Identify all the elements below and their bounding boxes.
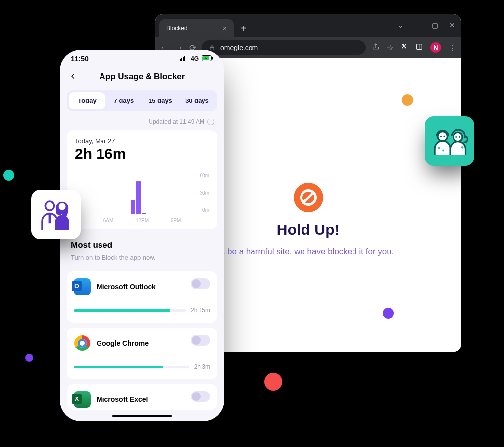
decor-dot bbox=[3, 170, 14, 181]
window-maximize-icon[interactable]: ▢ bbox=[432, 21, 438, 29]
signal-icon bbox=[180, 55, 188, 62]
battery-icon bbox=[202, 55, 213, 63]
svg-point-17 bbox=[438, 147, 440, 149]
tab-30days[interactable]: 30 days bbox=[179, 92, 215, 109]
app-card-chrome: Google Chrome 2h 3m bbox=[67, 328, 217, 379]
bookmark-icon[interactable]: ☆ bbox=[387, 43, 394, 52]
usage-bar bbox=[74, 366, 189, 368]
chevron-down-icon[interactable]: ⌄ bbox=[398, 22, 403, 29]
app-card-outlook: Microsoft Outlook 2h 15m bbox=[67, 271, 217, 323]
app-card-excel: Microsoft Excel bbox=[67, 384, 217, 410]
extensions-icon[interactable] bbox=[401, 43, 408, 52]
tab-today[interactable]: Today bbox=[69, 92, 105, 109]
svg-rect-4 bbox=[181, 58, 182, 61]
y-tick-60: 60m bbox=[200, 173, 209, 178]
tab-15days[interactable]: 15 days bbox=[142, 92, 179, 109]
share-icon[interactable] bbox=[372, 43, 380, 52]
svg-point-15 bbox=[440, 136, 442, 137]
updated-row: Updated at 11:49 AM bbox=[60, 115, 224, 130]
svg-rect-3 bbox=[180, 59, 181, 61]
range-selector: Today 7 days 15 days 30 days bbox=[67, 90, 217, 111]
svg-point-21 bbox=[459, 136, 460, 138]
page-title: App Usage & Blocker bbox=[70, 72, 214, 82]
svg-point-18 bbox=[442, 150, 444, 152]
status-bar: 11:50 4G bbox=[60, 50, 224, 64]
svg-rect-5 bbox=[183, 57, 184, 61]
chart-bar bbox=[136, 181, 141, 214]
browser-tab-blocked[interactable]: Blocked × bbox=[159, 19, 234, 37]
svg-point-20 bbox=[455, 136, 457, 138]
app-name: Google Chrome bbox=[97, 339, 149, 347]
window-minimize-icon[interactable]: — bbox=[414, 21, 421, 29]
block-toggle[interactable] bbox=[191, 278, 210, 289]
status-right: 4G bbox=[180, 55, 213, 63]
app-name: Microsoft Excel bbox=[97, 396, 148, 403]
blocked-title: Hold Up! bbox=[277, 221, 340, 238]
svg-rect-11 bbox=[49, 214, 51, 224]
phone-frame: 11:50 4G bbox=[60, 50, 224, 421]
usage-duration: 2h 3m bbox=[194, 363, 210, 370]
new-tab-button[interactable]: + bbox=[237, 21, 251, 35]
y-tick-30: 30m bbox=[200, 190, 209, 196]
svg-point-22 bbox=[461, 146, 464, 149]
blocked-subtitle: t be a harmful site, we have blocked it … bbox=[223, 247, 394, 257]
svg-rect-0 bbox=[210, 47, 214, 50]
svg-point-10 bbox=[45, 201, 54, 210]
home-indicator bbox=[112, 415, 172, 417]
chart-bar bbox=[131, 200, 135, 214]
app-name: Microsoft Outlook bbox=[97, 283, 156, 291]
excel-icon bbox=[74, 391, 91, 408]
x-tick-6am: 6AM bbox=[103, 218, 114, 223]
float-parents-icon bbox=[31, 190, 81, 239]
svg-point-14 bbox=[438, 132, 448, 142]
lock-icon bbox=[209, 45, 215, 51]
block-toggle[interactable] bbox=[191, 335, 210, 346]
refresh-icon[interactable] bbox=[207, 118, 214, 125]
most-used-title: Most used bbox=[60, 229, 224, 252]
updated-label: Updated at 11:49 AM bbox=[149, 118, 204, 125]
usage-date: Today, Mar 27 bbox=[75, 137, 209, 145]
tab-title: Blocked bbox=[166, 25, 188, 32]
address-bar[interactable]: omegle.com bbox=[202, 40, 366, 55]
most-used-sub: Turn on to Block the app now. bbox=[60, 252, 224, 267]
browser-tabstrip: Blocked × + ⌄ — ▢ ✕ bbox=[155, 14, 461, 37]
decor-dot bbox=[264, 373, 282, 391]
close-icon[interactable]: × bbox=[223, 24, 227, 32]
tab-7days[interactable]: 7 days bbox=[105, 92, 142, 109]
decor-dot bbox=[383, 308, 394, 319]
decor-dot bbox=[25, 354, 33, 362]
panel-icon[interactable] bbox=[415, 43, 423, 52]
chrome-icon bbox=[74, 335, 91, 351]
svg-point-16 bbox=[444, 136, 445, 137]
svg-rect-9 bbox=[212, 57, 213, 59]
window-controls: ⌄ — ▢ ✕ bbox=[398, 21, 455, 29]
usage-total: 2h 16m bbox=[75, 146, 209, 162]
x-tick-6pm: 6PM bbox=[171, 218, 181, 223]
float-kids-icon bbox=[425, 116, 474, 166]
kebab-menu-icon[interactable]: ⋮ bbox=[448, 43, 456, 52]
block-icon bbox=[294, 183, 323, 212]
usage-chart: 60m 30m 0m 6AM 12PM 6PM bbox=[75, 174, 209, 223]
svg-rect-6 bbox=[184, 56, 185, 61]
y-tick-0: 0m bbox=[202, 207, 209, 213]
phone-header: App Usage & Blocker bbox=[60, 64, 224, 87]
svg-rect-1 bbox=[417, 44, 422, 50]
svg-point-19 bbox=[454, 132, 462, 141]
block-toggle[interactable] bbox=[191, 391, 210, 402]
usage-card: Today, Mar 27 2h 16m 60m 30m 0m 6AM 12PM… bbox=[67, 130, 217, 229]
profile-avatar[interactable]: N bbox=[430, 42, 441, 53]
window-close-icon[interactable]: ✕ bbox=[449, 21, 455, 29]
svg-point-13 bbox=[59, 203, 66, 210]
decor-dot bbox=[402, 94, 413, 106]
outlook-icon bbox=[74, 278, 91, 295]
status-time: 11:50 bbox=[71, 55, 89, 63]
usage-duration: 2h 15m bbox=[191, 307, 210, 314]
x-tick-12pm: 12PM bbox=[136, 218, 149, 223]
network-label: 4G bbox=[191, 55, 199, 62]
chart-bar bbox=[142, 213, 146, 214]
usage-bar bbox=[74, 309, 186, 312]
toolbar-right: ☆ N ⋮ bbox=[372, 42, 456, 53]
url-text: omegle.com bbox=[220, 44, 258, 51]
